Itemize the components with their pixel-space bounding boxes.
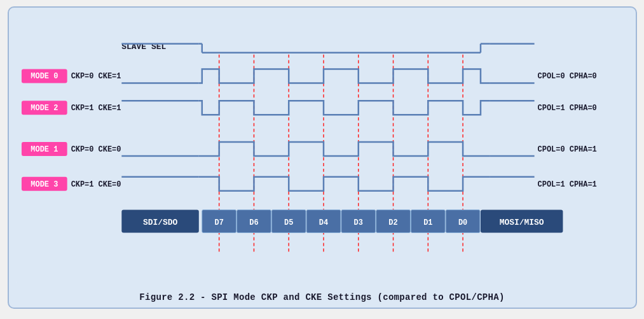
diagram-area: SLAVE SEL	[15, 14, 629, 288]
mode3-params: CKP=1 CKE=0	[71, 180, 121, 189]
d6-label: D6	[249, 218, 258, 227]
mode3-cpol: CPOL=1 CPHA=1	[537, 180, 596, 189]
d2-label: D2	[388, 218, 397, 227]
mode0-cpol: CPOL=0 CPHA=0	[537, 72, 596, 81]
mode2-params: CKP=1 CKE=1	[71, 104, 121, 113]
mode2-cpol: CPOL=1 CPHA=0	[537, 104, 596, 113]
sdi-sdo-label: SDI/SDO	[142, 218, 177, 227]
mode0-label: MODE 0	[31, 72, 58, 81]
d0-label: D0	[458, 218, 467, 227]
d4-label: D4	[319, 218, 327, 227]
figure-caption: Figure 2.2 - SPI Mode CKP and CKE Settin…	[15, 288, 629, 302]
diagram-container: SLAVE SEL	[8, 6, 637, 309]
mode0-params: CKP=0 CKE=1	[71, 72, 121, 81]
mode1-label: MODE 1	[31, 145, 58, 154]
mosi-miso-label: MOSI/MISO	[499, 218, 544, 227]
d5-label: D5	[284, 218, 293, 227]
mode1-params: CKP=0 CKE=0	[71, 145, 121, 154]
mode1-cpol: CPOL=0 CPHA=1	[537, 145, 596, 154]
d3-label: D3	[353, 218, 362, 227]
mode3-label: MODE 3	[31, 180, 58, 189]
d7-label: D7	[214, 218, 223, 227]
d1-label: D1	[423, 218, 432, 227]
mode2-label: MODE 2	[31, 104, 58, 113]
